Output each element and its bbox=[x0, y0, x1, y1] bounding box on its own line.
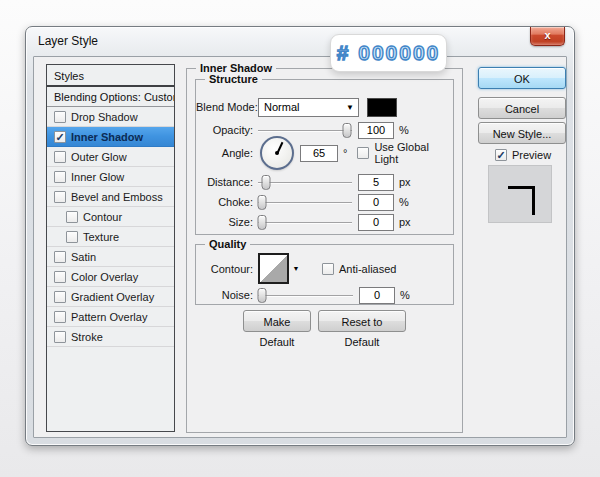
style-checkbox[interactable] bbox=[54, 291, 66, 303]
style-checkbox[interactable] bbox=[54, 151, 66, 163]
sidebar-item-inner-glow[interactable]: Inner Glow bbox=[47, 167, 174, 187]
shadow-color-swatch[interactable] bbox=[367, 98, 397, 117]
size-slider[interactable] bbox=[258, 215, 352, 230]
sidebar-item-contour[interactable]: Contour bbox=[47, 207, 174, 227]
use-global-light-checkbox[interactable] bbox=[357, 147, 369, 159]
layer-style-dialog: Layer Style x Styles Blending Options: C… bbox=[25, 26, 575, 446]
cancel-button[interactable]: Cancel bbox=[478, 97, 566, 119]
contour-row: Contour: ▼ Anti-aliased bbox=[196, 252, 453, 285]
sidebar-item-texture[interactable]: Texture bbox=[47, 227, 174, 247]
sidebar-item-label: Pattern Overlay bbox=[71, 311, 147, 323]
style-preview-thumbnail bbox=[488, 165, 552, 223]
sidebar-item-label: Bevel and Emboss bbox=[71, 191, 163, 203]
opacity-label: Opacity: bbox=[196, 124, 258, 136]
use-global-light-label: Use Global Light bbox=[374, 141, 453, 165]
sidebar-item-label: Inner Glow bbox=[71, 171, 124, 183]
distance-label: Distance: bbox=[196, 176, 258, 188]
sidebar-item-blending-options[interactable]: Blending Options: Custom bbox=[47, 87, 174, 107]
sidebar-item-label: Satin bbox=[71, 251, 96, 263]
noise-unit: % bbox=[400, 289, 410, 301]
close-button[interactable]: x bbox=[530, 27, 565, 46]
noise-slider[interactable] bbox=[258, 288, 353, 303]
angle-label: Angle: bbox=[196, 147, 258, 159]
sidebar-item-label: Inner Shadow bbox=[71, 131, 143, 143]
noise-input[interactable] bbox=[359, 287, 395, 304]
sidebar-item-pattern-overlay[interactable]: Pattern Overlay bbox=[47, 307, 174, 327]
sidebar-item-label: Stroke bbox=[71, 331, 103, 343]
sidebar-item-stroke[interactable]: Stroke bbox=[47, 327, 174, 347]
sidebar-item-label: Color Overlay bbox=[71, 271, 138, 283]
style-checkbox[interactable] bbox=[54, 131, 66, 143]
reset-to-default-button[interactable]: Reset to Default bbox=[318, 310, 406, 332]
styles-list: Styles Blending Options: Custom Drop Sha… bbox=[46, 64, 175, 432]
sidebar-item-inner-shadow[interactable]: Inner Shadow bbox=[47, 127, 174, 147]
style-checkbox[interactable] bbox=[54, 251, 66, 263]
noise-label: Noise: bbox=[196, 289, 258, 301]
color-hex-callout: # 000000 bbox=[330, 34, 447, 72]
style-checkbox[interactable] bbox=[54, 171, 66, 183]
size-slider-thumb[interactable] bbox=[257, 215, 266, 230]
size-label: Size: bbox=[196, 216, 258, 228]
style-checkbox[interactable] bbox=[54, 111, 66, 123]
distance-row: Distance: px bbox=[196, 173, 453, 191]
choke-row: Choke: % bbox=[196, 193, 453, 211]
dropdown-arrow-icon: ▼ bbox=[346, 103, 354, 112]
size-unit: px bbox=[399, 216, 411, 228]
sidebar-item-outer-glow[interactable]: Outer Glow bbox=[47, 147, 174, 167]
structure-group: Structure Blend Mode: Normal ▼ Opacity: bbox=[195, 79, 454, 235]
opacity-unit: % bbox=[399, 124, 409, 136]
sidebar-item-color-overlay[interactable]: Color Overlay bbox=[47, 267, 174, 287]
style-checkbox[interactable] bbox=[66, 231, 78, 243]
sidebar-item-label: Texture bbox=[83, 231, 119, 243]
choke-label: Choke: bbox=[196, 196, 258, 208]
sidebar-item-satin[interactable]: Satin bbox=[47, 247, 174, 267]
quality-group: Quality Contour: ▼ Anti-aliased Noise: % bbox=[195, 244, 454, 305]
quality-title: Quality bbox=[205, 237, 250, 251]
style-checkbox[interactable] bbox=[54, 191, 66, 203]
choke-unit: % bbox=[399, 196, 409, 208]
style-checkbox[interactable] bbox=[66, 211, 78, 223]
close-icon: x bbox=[544, 29, 550, 41]
style-checkbox[interactable] bbox=[54, 271, 66, 283]
choke-input[interactable] bbox=[358, 194, 394, 211]
inner-shadow-panel: Inner Shadow Structure Blend Mode: Norma… bbox=[186, 68, 463, 433]
sidebar-item-label: Contour bbox=[83, 211, 122, 223]
sidebar-item-drop-shadow[interactable]: Drop Shadow bbox=[47, 107, 174, 127]
contour-label: Contour: bbox=[196, 263, 258, 275]
style-checkbox[interactable] bbox=[54, 311, 66, 323]
blend-mode-label: Blend Mode: bbox=[196, 101, 258, 113]
sidebar-item-label: Outer Glow bbox=[71, 151, 127, 163]
anti-aliased-checkbox[interactable] bbox=[322, 263, 334, 275]
styles-list-header: Styles bbox=[47, 65, 174, 87]
size-input[interactable] bbox=[358, 214, 394, 231]
distance-input[interactable] bbox=[358, 174, 394, 191]
contour-picker[interactable] bbox=[258, 253, 289, 284]
sidebar-item-gradient-overlay[interactable]: Gradient Overlay bbox=[47, 287, 174, 307]
sidebar-item-label: Drop Shadow bbox=[71, 111, 138, 123]
preview-shape bbox=[508, 186, 535, 215]
new-style-button[interactable]: New Style... bbox=[478, 122, 566, 144]
sidebar-item-label: Gradient Overlay bbox=[71, 291, 154, 303]
hex-value: # 000000 bbox=[337, 41, 441, 65]
sidebar-item-bevel-and-emboss[interactable]: Bevel and Emboss bbox=[47, 187, 174, 207]
preview-label: Preview bbox=[512, 149, 551, 161]
choke-slider-thumb[interactable] bbox=[257, 195, 266, 210]
angle-unit: ° bbox=[343, 147, 347, 159]
angle-row: Angle: ° Use Global Light bbox=[196, 136, 453, 170]
preview-checkbox[interactable] bbox=[495, 149, 507, 161]
choke-slider[interactable] bbox=[258, 195, 352, 210]
size-row: Size: px bbox=[196, 213, 453, 231]
title-bar[interactable]: Layer Style x bbox=[26, 27, 574, 56]
blend-mode-row: Blend Mode: Normal ▼ bbox=[196, 97, 453, 117]
noise-slider-thumb[interactable] bbox=[257, 288, 266, 303]
ok-button[interactable]: OK bbox=[478, 67, 566, 89]
make-default-button[interactable]: Make Default bbox=[243, 310, 311, 332]
contour-dropdown-arrow-icon[interactable]: ▼ bbox=[290, 262, 302, 276]
style-checkbox[interactable] bbox=[54, 331, 66, 343]
noise-row: Noise: % bbox=[196, 286, 453, 304]
angle-input[interactable] bbox=[300, 145, 338, 162]
blend-mode-select[interactable]: Normal ▼ bbox=[258, 98, 359, 117]
angle-dial[interactable] bbox=[260, 136, 294, 170]
distance-slider-thumb[interactable] bbox=[261, 175, 270, 190]
distance-slider[interactable] bbox=[258, 175, 352, 190]
